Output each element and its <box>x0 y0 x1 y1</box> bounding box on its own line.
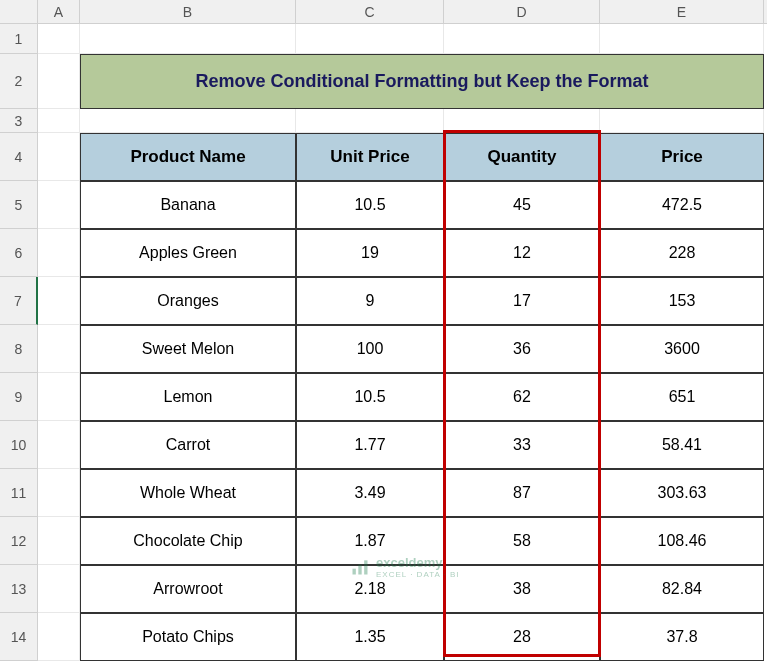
col-header-D[interactable]: D <box>444 0 600 23</box>
col-header-B[interactable]: B <box>80 0 296 23</box>
cell-A2[interactable] <box>38 54 80 109</box>
spreadsheet-grid: A B C D E 1 2 Remove Conditional Formatt… <box>0 0 767 662</box>
cell-price-7[interactable]: 153 <box>600 277 764 325</box>
row-header-5[interactable]: 5 <box>0 181 38 229</box>
cell-product-11[interactable]: Whole Wheat <box>80 469 296 517</box>
cell-product-8[interactable]: Sweet Melon <box>80 325 296 373</box>
select-all-corner[interactable] <box>0 0 38 23</box>
cell-A12[interactable] <box>38 517 80 565</box>
cell-unit-price-11[interactable]: 3.49 <box>296 469 444 517</box>
cell-unit-price-8[interactable]: 100 <box>296 325 444 373</box>
header-product[interactable]: Product Name <box>80 133 296 181</box>
row-header-11[interactable]: 11 <box>0 469 38 517</box>
row-3: 3 <box>0 109 767 133</box>
cell-A1[interactable] <box>38 24 80 54</box>
row-5: 5 Banana 10.5 45 472.5 <box>0 181 767 229</box>
cell-D1[interactable] <box>444 24 600 54</box>
cell-A3[interactable] <box>38 109 80 133</box>
row-header-8[interactable]: 8 <box>0 325 38 373</box>
col-header-A[interactable]: A <box>38 0 80 23</box>
row-9: 9 Lemon 10.5 62 651 <box>0 373 767 421</box>
cell-product-10[interactable]: Carrot <box>80 421 296 469</box>
cell-unit-price-7[interactable]: 9 <box>296 277 444 325</box>
row-header-4[interactable]: 4 <box>0 133 38 181</box>
cell-unit-price-9[interactable]: 10.5 <box>296 373 444 421</box>
cell-unit-price-13[interactable]: 2.18 <box>296 565 444 613</box>
row-6: 6 Apples Green 19 12 228 <box>0 229 767 277</box>
cell-product-9[interactable]: Lemon <box>80 373 296 421</box>
header-unit-price[interactable]: Unit Price <box>296 133 444 181</box>
cell-price-11[interactable]: 303.63 <box>600 469 764 517</box>
row-header-1[interactable]: 1 <box>0 24 38 54</box>
row-header-7[interactable]: 7 <box>0 277 38 325</box>
cell-quantity-14[interactable]: 28 <box>444 613 600 661</box>
row-header-6[interactable]: 6 <box>0 229 38 277</box>
row-14: 14 Potato Chips 1.35 28 37.8 <box>0 613 767 661</box>
cell-quantity-6[interactable]: 12 <box>444 229 600 277</box>
cell-product-14[interactable]: Potato Chips <box>80 613 296 661</box>
cell-E3[interactable] <box>600 109 764 133</box>
cell-quantity-13[interactable]: 38 <box>444 565 600 613</box>
row-header-14[interactable]: 14 <box>0 613 38 661</box>
cell-price-14[interactable]: 37.8 <box>600 613 764 661</box>
row-header-10[interactable]: 10 <box>0 421 38 469</box>
cell-product-13[interactable]: Arrowroot <box>80 565 296 613</box>
col-header-C[interactable]: C <box>296 0 444 23</box>
cell-unit-price-12[interactable]: 1.87 <box>296 517 444 565</box>
cell-price-10[interactable]: 58.41 <box>600 421 764 469</box>
row-header-9[interactable]: 9 <box>0 373 38 421</box>
cell-product-12[interactable]: Chocolate Chip <box>80 517 296 565</box>
cell-quantity-11[interactable]: 87 <box>444 469 600 517</box>
cell-unit-price-6[interactable]: 19 <box>296 229 444 277</box>
cell-C3[interactable] <box>296 109 444 133</box>
cell-A14[interactable] <box>38 613 80 661</box>
cell-unit-price-14[interactable]: 1.35 <box>296 613 444 661</box>
row-header-2[interactable]: 2 <box>0 54 38 109</box>
cell-A5[interactable] <box>38 181 80 229</box>
row-2: 2 Remove Conditional Formatting but Keep… <box>0 54 767 109</box>
row-4: 4 Product Name Unit Price Quantity Price <box>0 133 767 181</box>
cell-price-13[interactable]: 82.84 <box>600 565 764 613</box>
header-price[interactable]: Price <box>600 133 764 181</box>
cell-A13[interactable] <box>38 565 80 613</box>
col-header-E[interactable]: E <box>600 0 764 23</box>
row-13: 13 Arrowroot 2.18 38 82.84 <box>0 565 767 613</box>
cell-B3[interactable] <box>80 109 296 133</box>
column-headers-row: A B C D E <box>0 0 767 24</box>
cell-unit-price-10[interactable]: 1.77 <box>296 421 444 469</box>
cell-quantity-5[interactable]: 45 <box>444 181 600 229</box>
cell-quantity-12[interactable]: 58 <box>444 517 600 565</box>
title-cell[interactable]: Remove Conditional Formatting but Keep t… <box>80 54 764 109</box>
cell-quantity-9[interactable]: 62 <box>444 373 600 421</box>
cell-A4[interactable] <box>38 133 80 181</box>
cell-A8[interactable] <box>38 325 80 373</box>
cell-quantity-8[interactable]: 36 <box>444 325 600 373</box>
cell-A6[interactable] <box>38 229 80 277</box>
row-header-12[interactable]: 12 <box>0 517 38 565</box>
cell-A10[interactable] <box>38 421 80 469</box>
cell-quantity-7[interactable]: 17 <box>444 277 600 325</box>
cell-A9[interactable] <box>38 373 80 421</box>
row-8: 8 Sweet Melon 100 36 3600 <box>0 325 767 373</box>
cell-unit-price-5[interactable]: 10.5 <box>296 181 444 229</box>
cell-price-9[interactable]: 651 <box>600 373 764 421</box>
cell-price-6[interactable]: 228 <box>600 229 764 277</box>
cell-product-7[interactable]: Oranges <box>80 277 296 325</box>
cell-A7[interactable] <box>38 277 80 325</box>
row-10: 10 Carrot 1.77 33 58.41 <box>0 421 767 469</box>
cell-E1[interactable] <box>600 24 764 54</box>
cell-product-5[interactable]: Banana <box>80 181 296 229</box>
cell-product-6[interactable]: Apples Green <box>80 229 296 277</box>
cell-price-12[interactable]: 108.46 <box>600 517 764 565</box>
cell-A11[interactable] <box>38 469 80 517</box>
cell-D3[interactable] <box>444 109 600 133</box>
row-header-3[interactable]: 3 <box>0 109 38 133</box>
row-12: 12 Chocolate Chip 1.87 58 108.46 <box>0 517 767 565</box>
cell-price-8[interactable]: 3600 <box>600 325 764 373</box>
row-header-13[interactable]: 13 <box>0 565 38 613</box>
cell-price-5[interactable]: 472.5 <box>600 181 764 229</box>
cell-C1[interactable] <box>296 24 444 54</box>
cell-B1[interactable] <box>80 24 296 54</box>
header-quantity[interactable]: Quantity <box>444 133 600 181</box>
cell-quantity-10[interactable]: 33 <box>444 421 600 469</box>
